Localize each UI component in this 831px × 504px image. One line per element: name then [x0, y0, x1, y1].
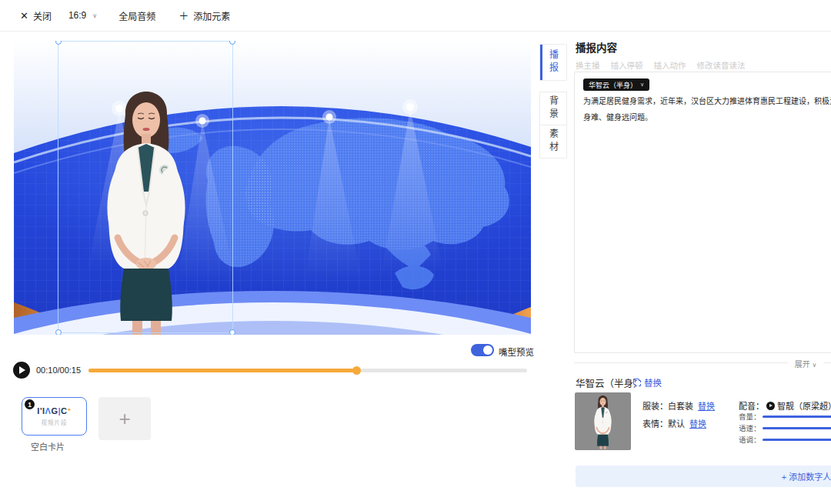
- tab-assets[interactable]: 素材: [539, 125, 567, 159]
- plus-icon: ＋: [179, 11, 189, 21]
- replace-speaker-label: 替换: [644, 376, 662, 389]
- add-element-label: 添加元素: [193, 9, 230, 22]
- speed-slider[interactable]: [763, 427, 831, 429]
- replace-expression-button[interactable]: 替换: [689, 419, 706, 429]
- voice-label: 配音：: [739, 399, 764, 412]
- chevron-down-icon: ∨: [812, 362, 816, 369]
- playback-time: 00:10/00:15: [36, 365, 81, 375]
- fix-pronunciation-button[interactable]: 修改读音读法: [697, 59, 746, 71]
- speaker-tag-label: 华智云（半身）: [589, 80, 637, 90]
- expand-button[interactable]: 展开 ∨: [788, 358, 824, 369]
- app-root: ✕ 关闭 16:9 ∨ 全局音频 ＋ 添加元素: [0, 0, 831, 504]
- expand-label: 展开: [795, 360, 810, 369]
- speed-slider-row: 语速：: [739, 424, 831, 432]
- close-label: 关闭: [33, 9, 52, 22]
- speaker-thumbnail[interactable]: [575, 392, 631, 450]
- voice-play-icon[interactable]: [766, 402, 775, 410]
- replace-outfit-button[interactable]: 替换: [698, 402, 715, 411]
- global-audio-button[interactable]: 全局音频: [118, 9, 155, 22]
- pitch-label: 语调：: [739, 434, 763, 445]
- replace-speaker-button[interactable]: 替换: [633, 376, 662, 389]
- selection-handle[interactable]: [55, 41, 62, 45]
- progress-bar[interactable]: [88, 369, 527, 372]
- outfit-value: 白套装: [668, 402, 693, 411]
- panel-title: 播报内容: [576, 39, 617, 55]
- outfit-label: 服装：: [642, 402, 668, 411]
- chevron-down-icon: ∨: [92, 12, 97, 19]
- close-button[interactable]: ✕ 关闭: [20, 9, 52, 22]
- volume-slider-row: 音量：: [739, 412, 831, 420]
- video-canvas[interactable]: [14, 41, 531, 335]
- pitch-slider-row: 语调：: [739, 436, 831, 443]
- toggle-knob: [483, 345, 492, 355]
- script-editor[interactable]: 华智云（半身） ∨ 为满足居民健身需求，近年来，汉台区大力推进体育惠民工程建设，…: [574, 72, 831, 353]
- clip-type-label: 视频片段: [22, 418, 86, 426]
- add-clip-card[interactable]: +: [98, 397, 151, 440]
- script-text[interactable]: 为满足居民健身需求，近年来，汉台区大力推进体育惠民工程建设，积极为解决群众健 身…: [583, 93, 831, 125]
- aspect-ratio-select[interactable]: 16:9 ∨: [68, 10, 97, 21]
- global-audio-label: 全局音频: [118, 9, 155, 22]
- play-button[interactable]: [13, 362, 30, 379]
- mouth-preview-toggle[interactable]: [471, 344, 494, 356]
- selection-box[interactable]: [58, 41, 233, 333]
- close-icon: ✕: [20, 11, 28, 21]
- progress-handle[interactable]: [352, 366, 361, 375]
- progress-fill: [88, 369, 356, 372]
- selection-handle[interactable]: [229, 329, 235, 335]
- chevron-down-icon: ∨: [640, 82, 644, 88]
- add-digital-human-button[interactable]: + 添加数字人: [576, 466, 831, 487]
- broadcast-panel: 播报内容 换主播 插入停顿 插入动作 修改读音读法 华智云（半身） ∨ 为满足居…: [569, 32, 831, 504]
- play-icon: [19, 366, 25, 374]
- aspect-ratio-value: 16:9: [68, 10, 86, 21]
- script-line: 身难、健身远问题。: [583, 109, 831, 125]
- voice-value: 智靓（原梁超）: [777, 399, 831, 412]
- topbar: ✕ 关闭 16:9 ∨ 全局音频 ＋ 添加元素: [0, 0, 831, 32]
- insert-action-button[interactable]: 插入动作: [654, 59, 686, 71]
- volume-slider[interactable]: [763, 416, 831, 418]
- clip-caption: 空白卡片: [31, 440, 65, 452]
- mouth-preview-label: 嘴型预览: [499, 345, 534, 358]
- add-element-button[interactable]: ＋ 添加元素: [179, 9, 230, 22]
- outfit-row: 服装：白套装替换: [642, 399, 715, 412]
- expression-row: 表情：默认替换: [642, 417, 706, 429]
- tab-background[interactable]: 背景: [539, 92, 567, 125]
- pitch-slider[interactable]: [763, 439, 831, 441]
- voice-row: 配音： 智靓（原梁超）: [739, 399, 831, 412]
- swap-icon: [633, 379, 641, 386]
- change-anchor-button[interactable]: 换主播: [576, 59, 600, 71]
- tab-broadcast[interactable]: 播报: [539, 44, 567, 81]
- insert-pause-button[interactable]: 插入停顿: [611, 59, 643, 71]
- speaker-tag[interactable]: 华智云（半身） ∨: [583, 78, 649, 91]
- magic-logo: I'IΛG|C+: [22, 407, 86, 416]
- speed-label: 语速：: [739, 422, 763, 433]
- plus-icon: +: [118, 409, 130, 429]
- selection-handle[interactable]: [55, 329, 62, 335]
- volume-label: 音量：: [739, 411, 763, 422]
- expression-value: 默认: [668, 419, 685, 429]
- script-line: 为满足居民健身需求，近年来，汉台区大力推进体育惠民工程建设，积极为解决群众健: [583, 93, 831, 109]
- expression-label: 表情：: [642, 419, 668, 429]
- speaker-thumbnail-figure: [575, 392, 631, 450]
- panel-tabs: 播报 背景 素材: [539, 44, 567, 159]
- editor-toolbar: 换主播 插入停顿 插入动作 修改读音读法: [576, 59, 746, 71]
- clip-card[interactable]: 1 I'IΛG|C+ 视频片段: [22, 397, 87, 436]
